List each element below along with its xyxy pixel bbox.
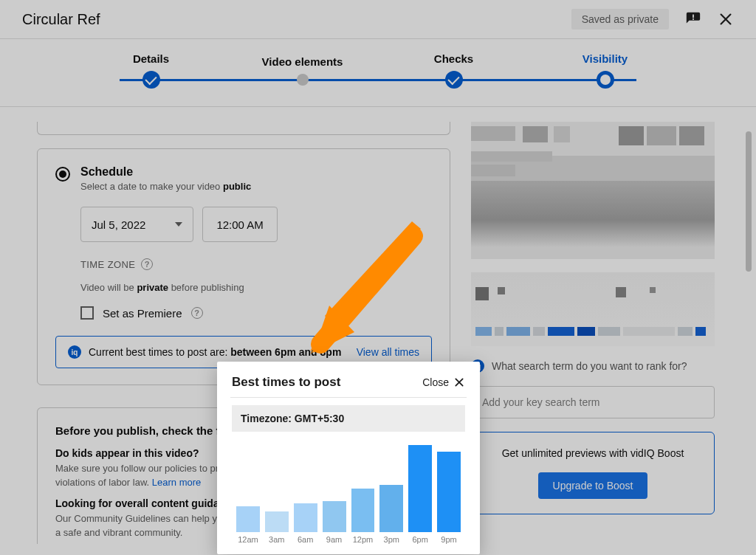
schedule-time-value: 12:00 AM <box>216 218 263 231</box>
chart-bar <box>379 485 403 532</box>
chart-x-tick: 9am <box>323 535 346 544</box>
page-title: Circular Ref <box>22 11 100 28</box>
scrollbar[interactable] <box>746 131 752 272</box>
close-icon[interactable] <box>718 11 734 27</box>
schedule-private-note: Video will be private before publishing <box>80 282 432 293</box>
help-icon[interactable]: ? <box>141 258 153 270</box>
search-term-placeholder: Add your key search term <box>482 396 600 408</box>
chart-x-axis: 12am3am6am9am12pm3pm6pm9pm <box>236 535 461 544</box>
step-video-elements-label: Video elements <box>227 55 378 68</box>
search-term-question: iq What search term do you want to rank … <box>471 359 734 373</box>
view-all-times-link[interactable]: View all times <box>357 346 419 358</box>
popup-close-button[interactable]: Close <box>422 376 465 388</box>
best-times-chart <box>236 445 461 532</box>
schedule-heading: Schedule <box>80 165 251 179</box>
learn-more-link[interactable]: Learn more <box>152 477 201 488</box>
schedule-time-input[interactable]: 12:00 AM <box>202 207 277 242</box>
vidiq-icon: iq <box>68 345 81 359</box>
popup-timezone: Timezone: GMT+5:30 <box>232 405 465 432</box>
search-term-input[interactable]: Add your key search term <box>471 386 715 418</box>
chart-x-tick: 6am <box>294 535 317 544</box>
help-icon[interactable]: ? <box>191 307 203 319</box>
close-icon <box>453 376 465 388</box>
chart-x-tick: 12am <box>236 535 260 544</box>
step-checks[interactable]: Checks <box>378 52 529 89</box>
schedule-subtitle: Select a date to make your video public <box>80 181 251 192</box>
step-visibility[interactable]: Visibility <box>529 52 681 89</box>
chart-bar <box>265 511 289 532</box>
boost-upsell: Get unlimited previews with vidIQ Boost … <box>471 432 715 514</box>
schedule-radio[interactable] <box>55 167 70 182</box>
schedule-date-select[interactable]: Jul 5, 2022 <box>80 207 193 242</box>
chart-bar <box>294 503 317 532</box>
previous-panel-edge <box>37 122 450 135</box>
best-times-text: Current best times to post are: between … <box>89 346 341 358</box>
thumbnail-meta-area <box>471 272 715 346</box>
step-details[interactable]: Details <box>75 52 227 89</box>
premiere-checkbox[interactable] <box>80 306 94 320</box>
caret-down-icon <box>175 222 182 227</box>
video-thumbnail <box>471 122 715 259</box>
step-checks-label: Checks <box>378 52 529 65</box>
upload-stepper: Details Video elements Checks Visibility <box>0 39 756 107</box>
chart-x-tick: 12pm <box>351 535 375 544</box>
chart-bar <box>236 506 260 532</box>
step-details-label: Details <box>75 52 227 65</box>
chart-x-tick: 3am <box>265 535 289 544</box>
timezone-label: TIME ZONE ? <box>80 258 432 270</box>
chart-bar <box>351 489 375 532</box>
upgrade-to-boost-button[interactable]: Upgrade to Boost <box>538 472 648 499</box>
premiere-label: Set as Premiere <box>103 307 182 320</box>
best-times-popup: Best times to post Close Timezone: GMT+5… <box>217 362 480 554</box>
popup-title: Best times to post <box>232 375 340 390</box>
chart-x-tick: 3pm <box>379 535 403 544</box>
svg-rect-1 <box>693 18 694 20</box>
feedback-icon[interactable] <box>685 11 701 27</box>
chart-bar <box>408 445 432 532</box>
schedule-panel: Schedule Select a date to make your vide… <box>37 148 450 385</box>
saved-status-chip: Saved as private <box>571 9 669 30</box>
chart-bar <box>323 501 346 532</box>
chart-bar <box>437 452 461 532</box>
chart-x-tick: 6pm <box>408 535 432 544</box>
svg-rect-0 <box>693 15 694 18</box>
schedule-date-value: Jul 5, 2022 <box>92 218 145 231</box>
chart-x-tick: 9pm <box>437 535 461 544</box>
boost-message: Get unlimited previews with vidIQ Boost <box>487 447 699 459</box>
step-visibility-label: Visibility <box>529 52 681 65</box>
